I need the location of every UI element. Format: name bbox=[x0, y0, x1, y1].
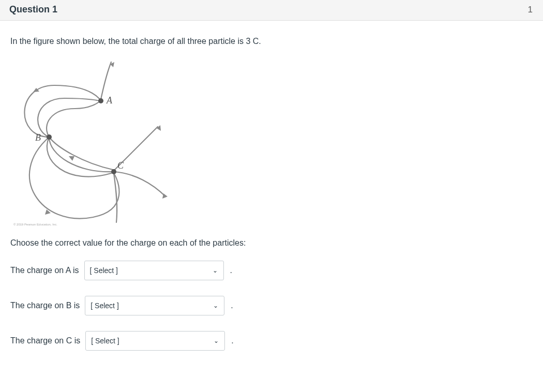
field-lines-figure: A B C © 2019 Pearson Education, Inc. bbox=[10, 57, 171, 228]
figure-label-c: C bbox=[117, 160, 124, 171]
svg-marker-3 bbox=[157, 125, 161, 131]
select-charge-b[interactable]: [ Select ] bbox=[85, 296, 224, 315]
select-charge-c[interactable]: [ Select ] bbox=[85, 331, 225, 351]
answer-row-a: The charge on A is [ Select ] ⌄ . bbox=[10, 261, 533, 280]
svg-marker-2 bbox=[69, 156, 74, 161]
question-points: 1 bbox=[528, 5, 534, 15]
answer-row-b: The charge on B is [ Select ] ⌄ . bbox=[10, 296, 533, 315]
svg-point-7 bbox=[47, 134, 52, 140]
prompt-text: In the figure shown below, the total cha… bbox=[10, 35, 533, 48]
answer-label-b: The charge on B is bbox=[10, 299, 80, 312]
answer-suffix-a: . bbox=[230, 264, 232, 277]
question-body: In the figure shown below, the total cha… bbox=[0, 21, 543, 387]
figure-label-b: B bbox=[35, 132, 41, 143]
figure: A B C © 2019 Pearson Education, Inc. bbox=[10, 57, 533, 228]
answer-suffix-b: . bbox=[231, 299, 233, 312]
question-header: Question 1 1 bbox=[0, 0, 543, 21]
answer-label-a: The charge on A is bbox=[10, 264, 79, 277]
svg-point-6 bbox=[98, 98, 103, 103]
answer-row-c: The charge on C is [ Select ] ⌄ . bbox=[10, 331, 533, 351]
figure-copyright: © 2019 Pearson Education, Inc. bbox=[13, 223, 57, 226]
answer-label-c: The charge on C is bbox=[10, 335, 80, 347]
question-title: Question 1 bbox=[9, 4, 57, 15]
figure-label-a: A bbox=[106, 95, 113, 105]
svg-point-8 bbox=[111, 169, 116, 174]
select-charge-a[interactable]: [ Select ] bbox=[84, 261, 224, 280]
instruction-text: Choose the correct value for the charge … bbox=[10, 237, 533, 249]
answer-suffix-c: . bbox=[231, 335, 233, 347]
